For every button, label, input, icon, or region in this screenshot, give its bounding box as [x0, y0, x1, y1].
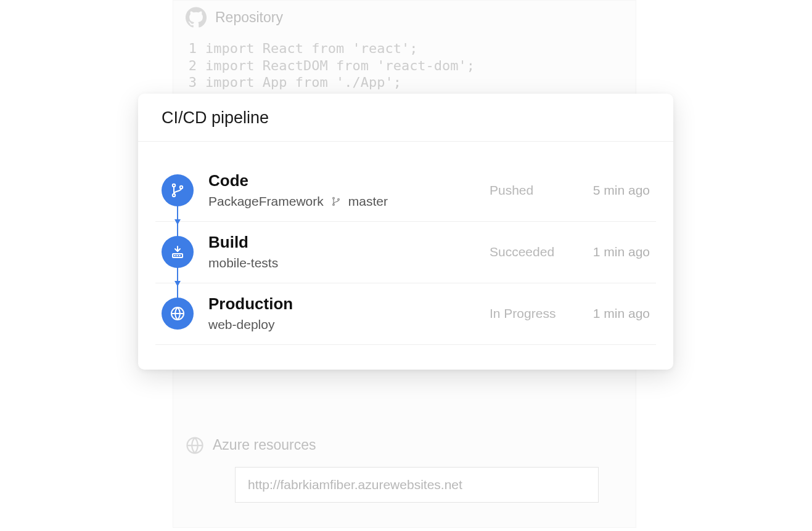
pipeline-stage-production[interactable]: Production web-deploy In Progress 1 min … [155, 283, 656, 345]
pipeline-stages: Code PackageFramework master Pushed 5 mi… [138, 142, 673, 370]
code-line: 2import ReactDOM from 'react-dom'; [186, 57, 623, 75]
pipeline-card: CI/CD pipeline Code PackageFramework mas… [138, 94, 673, 370]
branch-name: master [348, 194, 388, 209]
svg-point-6 [337, 198, 339, 200]
azure-resources-section: Azure resources http://fabrkiamfiber.azu… [173, 430, 636, 527]
svg-point-5 [332, 204, 334, 206]
stage-title: Production [208, 294, 490, 314]
stage-subtitle: PackageFramework [208, 194, 324, 209]
branch-tiny-icon [331, 197, 341, 206]
build-icon [162, 236, 194, 268]
azure-resources-label: Azure resources [213, 437, 316, 453]
stage-time: 5 min ago [576, 183, 650, 198]
svg-point-4 [332, 197, 334, 199]
stage-subtitle: web-deploy [208, 317, 274, 332]
code-line: 1import React from 'react'; [186, 40, 623, 57]
git-branch-icon [162, 174, 194, 206]
stage-title: Build [208, 233, 490, 252]
pipeline-stage-build[interactable]: Build mobile-tests Succeeded 1 min ago [155, 222, 656, 283]
github-icon [186, 7, 207, 28]
azure-icon [186, 436, 204, 455]
stage-time: 1 min ago [576, 306, 650, 321]
repository-header: Repository [173, 1, 636, 34]
code-line: 3import App from './App'; [186, 74, 623, 91]
stage-status: Succeeded [490, 245, 576, 259]
stage-status: Pushed [490, 183, 576, 198]
globe-icon [162, 298, 194, 330]
stage-time: 1 min ago [576, 245, 650, 259]
pipeline-title: CI/CD pipeline [138, 94, 673, 142]
stage-subtitle: mobile-tests [208, 256, 278, 270]
stage-status: In Progress [490, 306, 576, 321]
stage-title: Code [208, 171, 490, 190]
repository-label: Repository [215, 9, 283, 26]
pipeline-stage-code[interactable]: Code PackageFramework master Pushed 5 mi… [155, 160, 656, 222]
resource-url-box: http://fabrkiamfiber.azurewebsites.net [235, 467, 599, 503]
